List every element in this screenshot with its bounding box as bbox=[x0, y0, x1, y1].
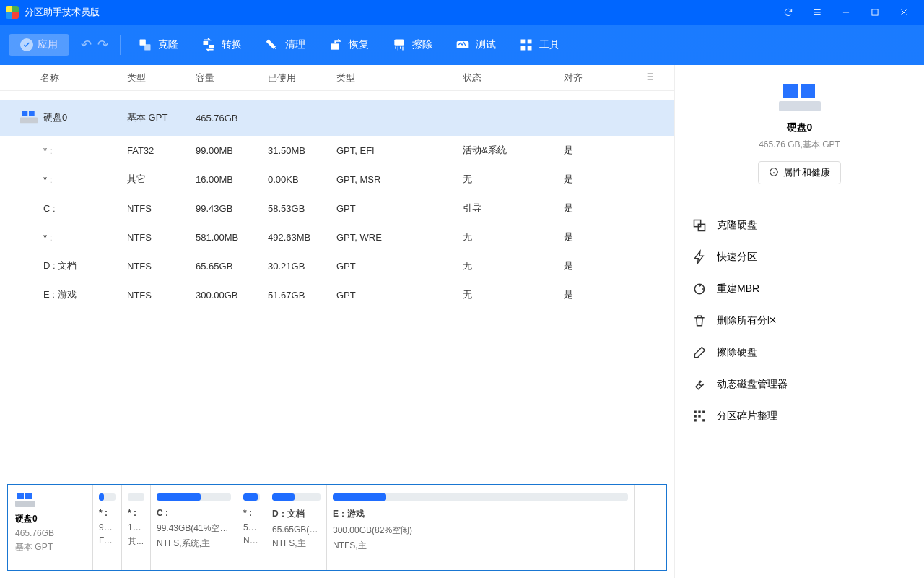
ov-part-fs: NTFS,主 bbox=[333, 540, 628, 552]
convert-icon bbox=[201, 38, 216, 52]
clean-icon bbox=[265, 38, 279, 52]
redo-button[interactable]: ↷ bbox=[97, 37, 108, 53]
wrench-icon bbox=[692, 377, 707, 392]
recover-icon bbox=[328, 38, 343, 52]
part-name: * : bbox=[12, 232, 127, 243]
overview-partition[interactable]: * :16...其... bbox=[122, 485, 151, 570]
part-name: D : 文档 bbox=[12, 259, 127, 272]
minimize-button[interactable] bbox=[832, 0, 860, 25]
op-dynamic-disk-mgr[interactable]: 动态磁盘管理器 bbox=[675, 368, 924, 400]
usage-bar bbox=[333, 493, 628, 501]
part-used: 58.53GB bbox=[268, 203, 336, 214]
op-defrag[interactable]: 分区碎片整理 bbox=[675, 400, 924, 432]
clone-icon bbox=[138, 38, 152, 52]
part-capacity: 300.00GB bbox=[196, 290, 268, 301]
part-status: 无 bbox=[463, 230, 564, 243]
partition-row[interactable]: * :FAT3299.00MB31.50MBGPT, EFI活动&系统是 bbox=[0, 136, 674, 165]
partition-row[interactable]: C :NTFS99.43GB58.53GBGPT引导是 bbox=[0, 194, 674, 223]
properties-button[interactable]: 属性和健康 bbox=[758, 161, 841, 184]
col-name[interactable]: 名称 bbox=[12, 72, 127, 85]
app-logo-icon bbox=[6, 6, 19, 19]
clone-button[interactable]: 克隆 bbox=[132, 33, 184, 56]
part-name: * : bbox=[12, 174, 127, 185]
overview-partition[interactable]: D：文档65.65GB(53...NTFS,主 bbox=[266, 485, 327, 570]
svg-rect-18 bbox=[779, 101, 821, 111]
partition-row[interactable]: * :其它16.00MB0.00KBGPT, MSR无是 bbox=[0, 165, 674, 194]
ov-disk-name: 硬盘0 bbox=[15, 513, 85, 525]
op-wipe-disk[interactable]: 擦除硬盘 bbox=[675, 337, 924, 368]
svg-rect-20 bbox=[801, 84, 815, 98]
col-capacity[interactable]: 容量 bbox=[196, 72, 268, 85]
overview-partition[interactable]: C :99.43GB(41%空闲)NTFS,系统,主 bbox=[151, 485, 237, 570]
part-type: NTFS bbox=[127, 232, 196, 243]
clone-icon bbox=[692, 218, 707, 233]
svg-rect-3 bbox=[204, 41, 209, 45]
usage-bar bbox=[128, 493, 144, 501]
op-delete-all[interactable]: 删除所有分区 bbox=[675, 305, 924, 337]
svg-rect-8 bbox=[521, 40, 526, 44]
col-ptype[interactable]: 类型 bbox=[336, 72, 463, 85]
col-status[interactable]: 状态 bbox=[463, 72, 564, 85]
svg-rect-5 bbox=[331, 43, 339, 49]
clean-button[interactable]: 清理 bbox=[259, 33, 311, 56]
toolbar: 应用 ↶ ↷ 克隆 转换 清理 恢复 擦除 测试 工具 bbox=[0, 25, 924, 65]
ov-part-size: 300.00GB(82%空闲) bbox=[333, 525, 628, 537]
part-capacity: 99.43GB bbox=[196, 203, 268, 214]
apply-button[interactable]: 应用 bbox=[9, 34, 69, 56]
maximize-button[interactable] bbox=[860, 0, 889, 25]
refresh-button[interactable] bbox=[774, 0, 803, 25]
svg-rect-12 bbox=[20, 118, 38, 124]
part-status: 无 bbox=[463, 288, 564, 301]
wipe-button[interactable]: 擦除 bbox=[386, 33, 438, 56]
convert-button[interactable]: 转换 bbox=[196, 33, 248, 56]
menu-button[interactable] bbox=[803, 0, 832, 25]
usage-bar bbox=[157, 493, 231, 501]
tools-icon bbox=[519, 38, 533, 52]
op-rebuild-mbr[interactable]: 重建MBR bbox=[675, 273, 924, 305]
part-capacity: 99.00MB bbox=[196, 145, 268, 156]
col-settings-icon[interactable] bbox=[607, 71, 663, 85]
panel-disk-name: 硬盘0 bbox=[687, 121, 912, 134]
svg-rect-28 bbox=[694, 415, 697, 417]
op-clone-disk[interactable]: 克隆硬盘 bbox=[675, 210, 924, 241]
overview-partition[interactable]: * :581...NT... bbox=[237, 485, 266, 570]
partition-row[interactable]: D : 文档NTFS65.65GB30.21GBGPT无是 bbox=[0, 251, 674, 280]
ov-disk-size: 465.76GB bbox=[15, 528, 85, 538]
title-bar: 分区助手技术员版 bbox=[0, 0, 924, 25]
overview-disk[interactable]: 硬盘0 465.76GB 基本 GPT bbox=[8, 485, 93, 570]
overview-partition[interactable]: E：游戏300.00GB(82%空闲)NTFS,主 bbox=[327, 485, 635, 570]
close-button[interactable] bbox=[889, 0, 918, 25]
part-name: * : bbox=[12, 145, 127, 156]
check-icon bbox=[20, 38, 33, 51]
ov-part-fs: NT... bbox=[243, 535, 260, 545]
col-type[interactable]: 类型 bbox=[127, 72, 196, 85]
col-align[interactable]: 对齐 bbox=[564, 72, 607, 85]
undo-button[interactable]: ↶ bbox=[81, 37, 92, 53]
usage-bar bbox=[272, 493, 321, 501]
svg-rect-26 bbox=[698, 411, 700, 413]
svg-rect-29 bbox=[698, 415, 700, 417]
recover-button[interactable]: 恢复 bbox=[323, 33, 375, 56]
ov-part-size: 99... bbox=[99, 522, 116, 532]
col-used[interactable]: 已使用 bbox=[268, 72, 336, 85]
partition-row[interactable]: * :NTFS581.00MB492.63MBGPT, WRE无是 bbox=[0, 223, 674, 251]
test-button[interactable]: 测试 bbox=[450, 33, 502, 56]
part-type: NTFS bbox=[127, 261, 196, 272]
part-used: 0.00KB bbox=[268, 174, 336, 185]
disk-capacity: 465.76GB bbox=[196, 113, 268, 124]
ov-part-size: 99.43GB(41%空闲) bbox=[157, 522, 231, 535]
disk-row[interactable]: 硬盘0 基本 GPT 465.76GB bbox=[0, 100, 674, 136]
tools-button[interactable]: 工具 bbox=[513, 33, 565, 56]
ov-part-size: 16... bbox=[128, 522, 144, 532]
part-type: 其它 bbox=[127, 173, 196, 186]
lightning-icon bbox=[692, 250, 707, 264]
op-quick-partition[interactable]: 快速分区 bbox=[675, 241, 924, 273]
part-ptype: GPT bbox=[336, 203, 463, 214]
overview-partition[interactable]: * :99...FAT... bbox=[93, 485, 122, 570]
partition-row[interactable]: E : 游戏NTFS300.00GB51.67GBGPT无是 bbox=[0, 280, 674, 309]
ov-part-fs: FAT... bbox=[99, 535, 116, 545]
ov-part-fs: 其... bbox=[128, 535, 144, 548]
trash-icon bbox=[692, 314, 707, 328]
svg-rect-0 bbox=[872, 9, 878, 15]
part-capacity: 65.65GB bbox=[196, 261, 268, 272]
